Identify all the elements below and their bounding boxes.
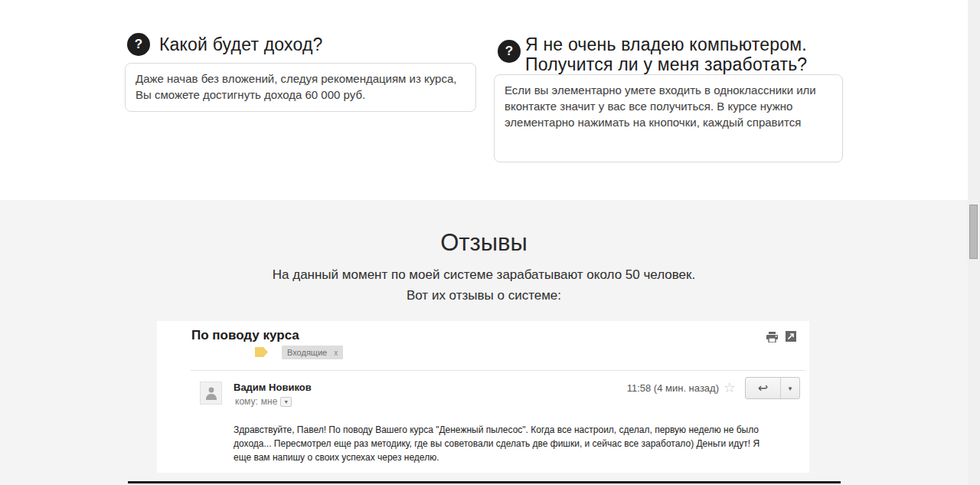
chip-close-button[interactable]: x [334, 349, 338, 357]
recipient-label: кому: [235, 396, 258, 407]
faq-answer-box: Даже начав без вложений, следуя рекоменд… [125, 63, 476, 112]
faq-question-line1: Я не очень владею компьютером. [525, 34, 807, 54]
faq-section: ? Какой будет доход? Даже начав без влож… [0, 0, 968, 200]
faq-answer-box: Если вы элементарно умете входить в одно… [494, 74, 843, 162]
faq-answer-text: Даже начав без вложений, следуя рекоменд… [136, 72, 456, 101]
recipient-value: мне [261, 396, 278, 407]
star-button[interactable]: ☆ [724, 379, 736, 396]
inbox-label-chip[interactable]: Входящие x [282, 346, 343, 359]
page: ? Какой будет доход? Даже начав без влож… [0, 0, 980, 485]
sender-name: Вадим Новиков [234, 382, 312, 393]
faq-question-title: Я не очень владею компьютером. Получится… [525, 34, 807, 74]
show-details-button[interactable]: ▾ [280, 397, 292, 407]
faq-question-line2: Получится ли у меня заработать? [525, 54, 807, 74]
inbox-label-text: Входящие [287, 348, 327, 357]
question-mark-icon: ? [498, 40, 521, 63]
email-body: Здравствуйте, Павел! По поводу Вашего ку… [234, 423, 774, 464]
reply-arrow-icon: ↩ [758, 381, 768, 395]
open-in-new-icon[interactable] [786, 331, 797, 342]
scrollbar-thumb[interactable] [969, 205, 978, 259]
reviews-subtitle-line1: На данный момент по моей системе зарабат… [0, 264, 968, 285]
recipient-row: кому: мне ▾ [235, 396, 292, 407]
question-mark-glyph: ? [505, 44, 513, 59]
scrollbar-track[interactable] [968, 0, 980, 485]
reviews-subtitle: На данный момент по моей системе зарабат… [0, 264, 968, 306]
caret-down-icon: ▾ [285, 398, 288, 405]
reviews-title: Отзывы [0, 229, 968, 257]
email-subject: По поводу курса [191, 328, 299, 343]
sender-avatar [200, 382, 222, 405]
label-tag-shape [255, 347, 268, 357]
caret-down-icon: ▾ [789, 385, 792, 392]
reviews-section: Отзывы На данный момент по моей системе … [0, 200, 968, 485]
next-section-top-border [128, 481, 841, 483]
reviews-subtitle-line2: Вот их отзывы о системе: [0, 285, 968, 306]
faq-answer-text: Если вы элементарно умете входить в одно… [505, 84, 816, 129]
star-icon: ☆ [724, 380, 736, 395]
question-mark-icon: ? [127, 33, 150, 56]
print-icon[interactable] [766, 332, 778, 342]
person-icon [204, 385, 218, 401]
question-mark-glyph: ? [135, 37, 142, 52]
reply-options-button[interactable]: ▾ [781, 378, 799, 398]
reply-button-group: ↩ ▾ [745, 377, 800, 399]
email-header-divider [191, 370, 805, 371]
email-time: 11:58 (4 мин. назад) [627, 382, 719, 394]
reply-button[interactable]: ↩ [746, 378, 781, 398]
faq-question-title: Какой будет доход? [159, 34, 323, 54]
email-card: По поводу курса Входящие x [157, 321, 809, 473]
label-tag-icon [255, 347, 268, 357]
